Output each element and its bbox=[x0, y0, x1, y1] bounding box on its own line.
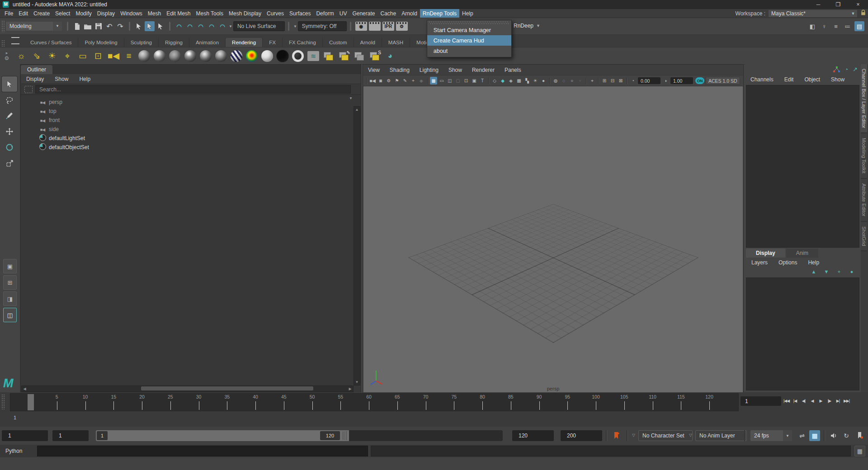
select-tool[interactable] bbox=[2, 76, 17, 92]
empty-render-layer-icon[interactable] bbox=[352, 49, 367, 63]
paint-assign-shader-icon[interactable]: ◕ bbox=[383, 49, 397, 63]
snap-to-point-icon[interactable]: ◠ bbox=[196, 21, 206, 31]
channel-box-menu-show[interactable]: Show bbox=[826, 76, 850, 83]
phong-e-material-icon[interactable] bbox=[198, 49, 213, 63]
playback-loop-icon[interactable]: ⇌ bbox=[797, 430, 807, 441]
playback-end-field[interactable]: 120 bbox=[512, 430, 554, 441]
ramp-shader-icon[interactable] bbox=[229, 49, 244, 63]
smooth-shade-icon[interactable]: ◆ bbox=[499, 77, 506, 85]
command-language-label[interactable]: Python bbox=[0, 445, 37, 457]
pan-zoom-icon[interactable]: + bbox=[410, 77, 417, 85]
two-pane-layout-button[interactable]: ◫ bbox=[3, 308, 17, 322]
shading-map-icon[interactable] bbox=[245, 49, 259, 63]
menu-mesh-display[interactable]: Mesh Display bbox=[226, 9, 264, 18]
section-handle[interactable] bbox=[350, 22, 351, 31]
side-tab-modeling-toolkit[interactable]: Modeling Toolkit bbox=[861, 133, 867, 179]
lambert-material-icon[interactable] bbox=[152, 49, 167, 63]
grid-icon[interactable]: ▦ bbox=[430, 77, 437, 85]
lasso-select-tool[interactable] bbox=[2, 92, 17, 108]
film-gate-icon[interactable]: ▭ bbox=[438, 77, 445, 85]
playback-start-field[interactable]: 1 bbox=[2, 430, 48, 441]
lock-camera-icon[interactable]: ◙ bbox=[377, 77, 384, 85]
side-tab-channel-box-layer-editor[interactable]: Channel Box / Layer Editor bbox=[861, 64, 867, 133]
graph-icon[interactable]: ↗ bbox=[853, 66, 858, 73]
outliner-item-defaultObjectSet[interactable]: defaultObjectSet bbox=[21, 143, 361, 152]
shelf-tab-arnold[interactable]: Arnold bbox=[354, 38, 382, 47]
animation-end-field[interactable]: 200 bbox=[561, 430, 602, 441]
chevron-down-icon[interactable]: ▽ bbox=[689, 433, 692, 437]
minimize-button[interactable]: ─ bbox=[808, 0, 828, 9]
channel-box-menu-channels[interactable]: Channels bbox=[745, 76, 779, 83]
safe-title-icon[interactable]: T bbox=[479, 77, 486, 85]
character-controls-toggle-icon[interactable]: ♀ bbox=[819, 21, 829, 31]
outliner-tab[interactable]: Outliner bbox=[21, 65, 52, 74]
workspace-select[interactable]: Maya Classic* ▼ bbox=[768, 9, 858, 18]
volume-light-icon[interactable]: ⊡ bbox=[91, 49, 105, 63]
render-setup-icon[interactable] bbox=[321, 49, 336, 63]
snap-to-curve-icon[interactable]: ◠ bbox=[185, 21, 195, 31]
shelf-gear-icon[interactable]: ⚙ bbox=[5, 55, 9, 61]
shading-group-icon[interactable]: S bbox=[368, 49, 382, 63]
menu-curves[interactable]: Curves bbox=[264, 9, 287, 18]
hypershade-icon[interactable]: ≋ bbox=[306, 49, 321, 63]
redo-icon[interactable]: ↷ bbox=[115, 21, 125, 31]
outliner-menu-display[interactable]: Display bbox=[21, 76, 49, 82]
resolution-gate-icon[interactable]: ◫ bbox=[446, 77, 453, 85]
playback-range-bar[interactable] bbox=[96, 430, 349, 441]
paint-select-tool[interactable] bbox=[2, 108, 17, 123]
open-scene-icon[interactable] bbox=[83, 21, 93, 31]
select-hierarchy-icon[interactable] bbox=[134, 21, 144, 31]
select-camera-icon[interactable]: ■◀ bbox=[369, 77, 376, 85]
range-in-handle[interactable]: 1 bbox=[97, 431, 108, 440]
range-slider[interactable]: 1 120 bbox=[96, 430, 503, 441]
chevron-down-icon[interactable]: ▼ bbox=[349, 96, 353, 100]
tear-off-handle[interactable] bbox=[429, 22, 509, 24]
create-empty-layer-icon[interactable]: + bbox=[834, 268, 844, 276]
fps-selector[interactable]: 24 fps ▼ bbox=[750, 430, 792, 441]
area-light-icon[interactable]: ▭ bbox=[75, 49, 90, 63]
shelf-tab-animation[interactable]: Animation bbox=[189, 38, 226, 47]
viewport-canvas[interactable]: persp bbox=[363, 86, 743, 392]
menu-uv[interactable]: UV bbox=[337, 9, 350, 18]
chevron-down-icon[interactable]: ▽ bbox=[632, 433, 635, 437]
safe-action-icon[interactable]: ▣ bbox=[471, 77, 478, 85]
outliner-horizontal-scrollbar[interactable]: ◀ ▶ bbox=[21, 385, 354, 392]
exposure-field[interactable]: 0.00 bbox=[638, 77, 660, 84]
menu-windows[interactable]: Windows bbox=[118, 9, 145, 18]
channel-box-empty-area[interactable] bbox=[746, 85, 859, 248]
shadows-icon[interactable]: ● bbox=[540, 77, 547, 85]
outliner-item-persp[interactable]: ■◀persp bbox=[21, 98, 361, 107]
menu-rndeep-tools[interactable]: RnDeep Tools bbox=[420, 9, 459, 18]
titlebar[interactable]: M untitled - Autodesk MAYA 2022: untitle… bbox=[0, 0, 868, 9]
outliner-menu-show[interactable]: Show bbox=[49, 76, 74, 82]
set-key-icon[interactable] bbox=[611, 430, 622, 441]
section-handle[interactable] bbox=[67, 22, 68, 31]
textured-icon[interactable]: ▩ bbox=[515, 77, 523, 85]
gamma-field[interactable]: 1.00 bbox=[670, 77, 693, 84]
shelf-grip[interactable] bbox=[1, 40, 5, 47]
search-input[interactable]: Search... bbox=[35, 85, 351, 94]
menu-item-start-camera-manager[interactable]: Start Camera Manager bbox=[427, 25, 511, 35]
rndeep-shelf-button[interactable]: RnDeep ▼ bbox=[510, 21, 545, 31]
select-component-icon[interactable] bbox=[156, 21, 165, 31]
outliner-item-top[interactable]: ■◀top bbox=[21, 107, 361, 116]
menu-create[interactable]: Create bbox=[31, 9, 52, 18]
use-background-icon[interactable] bbox=[275, 49, 290, 63]
shelf-tab-custom[interactable]: Custom bbox=[323, 38, 354, 47]
maximize-button[interactable]: ❐ bbox=[828, 0, 848, 9]
viewport-menu-show[interactable]: Show bbox=[443, 67, 467, 73]
spot-light-icon[interactable]: ⌖ bbox=[60, 49, 75, 63]
color-space-label[interactable]: ACES 1.0 SD bbox=[706, 77, 740, 85]
shelf-tab-curves-surfaces[interactable]: Curves / Surfaces bbox=[24, 38, 78, 47]
xray-icon[interactable]: ⊞ bbox=[601, 77, 608, 85]
time-slider[interactable]: 5101520253035404550556065707580859095100… bbox=[10, 393, 739, 411]
chevron-down-icon[interactable]: ▼ bbox=[53, 22, 62, 31]
menu-generate[interactable]: Generate bbox=[349, 9, 377, 18]
chevron-down-icon[interactable]: ▼ bbox=[293, 24, 297, 28]
outliner-item-defaultLightSet[interactable]: defaultLightSet bbox=[21, 134, 361, 143]
outliner-item-front[interactable]: ■◀front bbox=[21, 116, 361, 125]
gate-mask-icon[interactable]: ▢ bbox=[454, 77, 462, 85]
move-layer-up-icon[interactable]: ▲ bbox=[809, 268, 819, 276]
step-forward-frame-button[interactable]: ▶| bbox=[834, 395, 842, 406]
filter-icon[interactable] bbox=[24, 86, 33, 93]
